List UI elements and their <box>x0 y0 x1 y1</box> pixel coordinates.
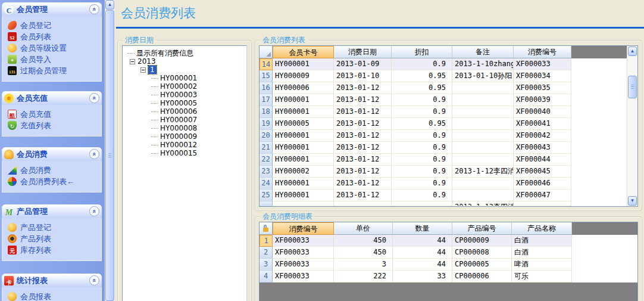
column-header-discount[interactable]: 折扣 <box>392 46 452 58</box>
section-header-recharge[interactable]: 会员充值 « <box>2 91 102 105</box>
cell-discount[interactable]: 0.9 <box>392 106 452 118</box>
sidebar-item[interactable]: 充值列表 <box>2 120 101 131</box>
tree-item-member[interactable]: HY000015 <box>151 149 246 157</box>
tree-item-member[interactable]: HY000006 <box>151 107 246 116</box>
cell-remark[interactable]: 2013-01-10孙阳 <box>452 70 514 82</box>
cell-product[interactable]: CP000008 <box>452 247 512 259</box>
cell-remark[interactable] <box>452 94 514 106</box>
column-header-product[interactable]: 产品编号 <box>452 222 512 235</box>
cell-discount[interactable]: 0.9 <box>392 178 452 190</box>
section-header-product[interactable]: 产品管理 « <box>2 204 102 218</box>
column-header-date[interactable]: 消费日期 <box>334 46 392 58</box>
cell-code[interactable]: XF000045 <box>514 166 571 178</box>
section-header-report[interactable]: 统计报表 « <box>2 274 102 287</box>
sidebar-item[interactable]: 会员报表 <box>2 291 101 301</box>
cell-discount[interactable]: 0.9 <box>392 58 452 70</box>
cell-card[interactable]: HY000006 <box>273 82 334 94</box>
row-number[interactable]: 1 <box>260 235 273 247</box>
cell-remark[interactable] <box>452 154 514 166</box>
cell-price[interactable]: 3 <box>334 259 393 271</box>
cell-remark[interactable] <box>452 190 514 201</box>
collapse-box-icon[interactable] <box>130 59 135 64</box>
cell-card[interactable]: HY000001 <box>273 142 334 154</box>
page-vertical-scrollbar[interactable]: ▲ <box>105 0 115 301</box>
collapse-button[interactable]: « <box>89 149 99 159</box>
table-row[interactable]: 4 XF000033 222 33 CP000006 可乐 <box>260 271 637 283</box>
column-header-remark[interactable]: 备注 <box>452 46 514 58</box>
cell-code[interactable]: XF000034 <box>514 70 571 82</box>
tree-item-member[interactable]: HY000005 <box>151 99 246 107</box>
cell-code[interactable]: XF000047 <box>514 190 571 201</box>
lock-corner[interactable] <box>260 222 273 235</box>
cell-code[interactable]: XF000033 <box>514 58 571 70</box>
selected-tree-node[interactable]: 1 <box>148 66 157 74</box>
cell-discount[interactable]: 0.95 <box>392 82 452 94</box>
scrollbar-thumb[interactable] <box>105 10 114 301</box>
sidebar-item[interactable]: 会员消费列表← <box>2 176 101 187</box>
cell-discount[interactable]: 0.9 <box>392 166 452 178</box>
scroll-up-button[interactable]: ▲ <box>628 46 637 56</box>
cell-code[interactable]: XF000041 <box>514 118 571 130</box>
sidebar-item[interactable]: 库存列表 <box>2 244 101 256</box>
cell-code[interactable]: XF000040 <box>514 106 571 118</box>
collapse-button[interactable]: « <box>89 4 99 14</box>
sidebar-item[interactable]: 会员登记 <box>2 20 101 31</box>
row-number[interactable]: 18 <box>260 106 273 118</box>
row-number[interactable]: 23 <box>260 166 273 178</box>
cell-card[interactable]: HY000001 <box>273 106 334 118</box>
sidebar-item[interactable]: 会员充值 <box>2 108 101 120</box>
tree-item-member[interactable]: HY000012 <box>151 141 246 149</box>
table-row[interactable]: 22 HY000001 2013-01-12 0.9 XF000044 <box>260 154 637 166</box>
cell-remark[interactable] <box>452 118 514 130</box>
cell-product[interactable]: CP000009 <box>452 235 512 247</box>
cell-remark[interactable]: 2013-1-10zhang <box>452 58 514 70</box>
cell-remark[interactable] <box>452 82 514 94</box>
row-number[interactable]: 3 <box>260 259 273 271</box>
table-row[interactable]: 17 HY000001 2013-01-12 0.9 XF000039 <box>260 94 637 106</box>
column-header-name[interactable]: 产品名称 <box>512 222 572 235</box>
table-row[interactable]: 15 HY000009 2013-01-10 0.95 2013-01-10孙阳… <box>260 70 637 82</box>
cell-date[interactable]: 2013-01-12 <box>334 106 392 118</box>
cell-price[interactable]: 450 <box>334 247 393 259</box>
cell-card[interactable]: HY000001 <box>273 130 334 142</box>
cell-discount[interactable]: 0.95 <box>392 118 452 130</box>
tree-item-member[interactable]: HY000001 <box>151 74 246 82</box>
column-header-price[interactable]: 单价 <box>334 222 393 235</box>
collapse-button[interactable]: « <box>89 93 99 103</box>
cell-date[interactable]: 2013-01-12 <box>334 130 392 142</box>
row-number[interactable]: 15 <box>260 70 273 82</box>
cell-discount[interactable]: 0.95 <box>392 70 452 82</box>
cell-card[interactable]: HY000001 <box>273 178 334 190</box>
tree-item-member[interactable]: HY000002 <box>151 82 246 91</box>
sidebar-item[interactable]: 会员等级设置 <box>2 42 101 54</box>
cell-date[interactable]: 2013-01-12 <box>334 166 392 178</box>
cell-price[interactable]: 222 <box>334 271 393 283</box>
cell-code[interactable]: XF000033 <box>273 271 334 283</box>
sidebar-item[interactable]: 产品列表 <box>2 233 101 244</box>
row-number[interactable]: 17 <box>260 94 273 106</box>
table-row[interactable]: 19 HY000005 2013-01-12 0.95 XF000041 <box>260 118 637 130</box>
sidebar-item[interactable]: 会员导入 <box>2 54 101 65</box>
section-header-consume[interactable]: 会员消费 « <box>2 147 102 161</box>
cell-code[interactable]: XF000039 <box>514 94 571 106</box>
cell-remark[interactable] <box>452 106 514 118</box>
cell-card[interactable]: HY000001 <box>273 190 334 201</box>
table-row[interactable]: 20 HY000001 2013-01-12 0.9 XF000042 <box>260 130 637 142</box>
sidebar-item[interactable]: 过期会员管理 <box>2 65 101 76</box>
cell-price[interactable]: 450 <box>334 235 393 247</box>
table-row[interactable]: 21 HY000001 2013-01-12 0.9 XF000043 <box>260 142 637 154</box>
cell-name[interactable]: 白酒 <box>512 235 572 247</box>
table-row[interactable]: 3 XF000033 3 44 CP000005 啤酒 <box>260 259 637 271</box>
cell-date[interactable]: 2013-01-12 <box>334 82 392 94</box>
scrollbar-thumb[interactable] <box>628 76 637 98</box>
table-vertical-scrollbar[interactable]: ▲ ▼ <box>627 46 637 206</box>
cell-code[interactable]: XF000035 <box>514 82 571 94</box>
cell-code[interactable]: XF000043 <box>514 142 571 154</box>
cell-remark[interactable] <box>452 178 514 190</box>
cell-discount[interactable]: 0.9 <box>392 94 452 106</box>
scroll-up-button[interactable]: ▲ <box>105 0 114 10</box>
cell-card[interactable]: HY000005 <box>273 118 334 130</box>
cell-date[interactable]: 2013-01-12 <box>334 178 392 190</box>
cell-qty[interactable]: 44 <box>393 247 452 259</box>
cell-code[interactable]: XF000033 <box>273 259 334 271</box>
